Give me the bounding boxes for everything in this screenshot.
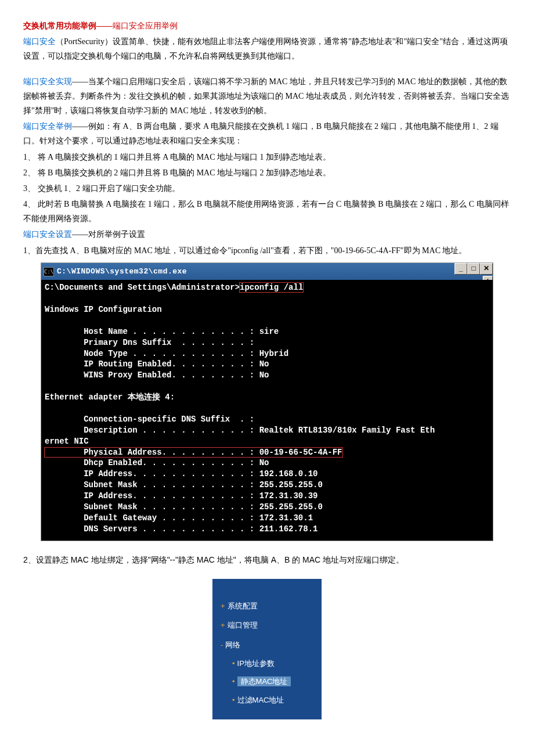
cmd-line-subnet2: Subnet Mask . . . . . . . . . . . : 255.… — [45, 502, 323, 512]
bullet-icon: • — [232, 659, 235, 668]
plus-icon: + — [221, 602, 225, 610]
title-main: 交换机常用功能举例—— — [23, 21, 113, 30]
minus-icon: - — [221, 640, 223, 649]
maximize-button[interactable]: □ — [467, 263, 480, 275]
cmd-physaddr-value: 00-19-66-5C-4A-FF — [259, 448, 342, 457]
paragraph-3: 端口安全举例——例如：有 A、B 两台电脑，要求 A 电脑只能接在交换机 1 端… — [23, 119, 511, 148]
paragraph-2: 端口安全实现——当某个端口启用端口安全后，该端口将不学习新的 MAC 地址，并且… — [23, 74, 511, 118]
spacer — [23, 65, 511, 73]
cmd-line-winip: Windows IP Configuration — [45, 305, 162, 314]
term-example: 端口安全举例 — [23, 122, 72, 131]
list-item-4: 4、 此时若 B 电脑替换 A 电脑接在 1 端口，那么 B 电脑就不能使用网络… — [23, 197, 511, 226]
cmd-physaddr-label: Physical Address. . . . . . . . . : — [45, 448, 259, 457]
p3-text: ——例如：有 A、B 两台电脑，要求 A 电脑只能接在交换机 1 端口，B 电脑… — [23, 122, 499, 145]
cmd-line-description: Description . . . . . . . . . . . : Real… — [45, 426, 435, 435]
paragraph-4: 端口安全设置——对所举例子设置 — [23, 227, 511, 242]
bullet-icon: • — [232, 677, 235, 686]
paragraph-1: 端口安全（PortSecurity）设置简单、快捷，能有效地阻止非法客户端使用网… — [23, 34, 511, 63]
nav-item-system[interactable]: +系统配置 — [219, 596, 315, 615]
cmd-line-winsproxy: WINS Proxy Enabled. . . . . . . . : No — [45, 370, 269, 380]
nav-label-staticmac-highlight: 静态MAC地址 — [237, 676, 291, 686]
list-item-3: 3、 交换机 1、2 端口开启了端口安全功能。 — [23, 181, 511, 196]
cmd-prompt: C:\Documents and Settings\Administrator> — [45, 283, 240, 292]
nav-sub-staticmac[interactable]: •静态MAC地址 — [219, 672, 315, 690]
cmd-titlebar: C:\ C:\WINDOWS\system32\cmd.exe — [41, 263, 493, 280]
step-2: 2、设置静态 MAC 地址绑定，选择"网络"--"静态 MAC 地址"，将电脑 … — [23, 553, 511, 567]
cmd-output[interactable]: C:\Documents and Settings\Administrator>… — [41, 280, 493, 540]
cmd-window: C:\ C:\WINDOWS\system32\cmd.exe _ □ ✕ ▲ … — [41, 262, 493, 541]
window-controls: _ □ ✕ — [454, 263, 493, 275]
p4-text: ——对所举例子设置 — [72, 230, 145, 239]
nav-item-network[interactable]: -网络 — [219, 635, 315, 654]
nav-item-port[interactable]: +端口管理 — [219, 615, 315, 635]
term-port-security: 端口安全 — [23, 37, 56, 46]
cmd-line-physaddr-highlight: Physical Address. . . . . . . . . : 00-1… — [45, 448, 342, 457]
list-item-1: 1、 将 A 电脑接交换机的 1 端口并且将 A 电脑的 MAC 地址与端口 1… — [23, 150, 511, 164]
router-nav-panel: +系统配置 +端口管理 -网络 •IP地址参数 •静态MAC地址 •过滤MAC地… — [212, 579, 322, 719]
nav-label-filtermac: 过滤MAC地址 — [237, 696, 284, 704]
p1-text: （PortSecurity）设置简单、快捷，能有效地阻止非法客户端使用网络资源，… — [23, 37, 508, 60]
cmd-line-dnsservers: DNS Servers . . . . . . . . . . . : 211.… — [45, 524, 317, 534]
cmd-line-iprouting: IP Routing Enabled. . . . . . . . : No — [45, 359, 269, 369]
doc-title: 交换机常用功能举例——端口安全应用举例 — [23, 19, 511, 33]
cmd-icon: C:\ — [44, 267, 54, 276]
close-button[interactable]: ✕ — [480, 263, 493, 275]
cmd-line-ernet: ernet NIC — [45, 437, 89, 446]
nav-label-port: 端口管理 — [228, 621, 258, 629]
cmd-line-dnssuffix: Primary Dns Suffix . . . . . . . : — [45, 338, 254, 347]
term-settings: 端口安全设置 — [23, 230, 72, 239]
p2-text: ——当某个端口启用端口安全后，该端口将不学习新的 MAC 地址，并且只转发已学习… — [23, 77, 509, 115]
plus-icon: + — [221, 621, 225, 629]
bullet-icon: • — [232, 696, 235, 704]
cmd-line-hostname: Host Name . . . . . . . . . . . . : sire — [45, 327, 279, 336]
list-item-2: 2、 将 B 电脑接交换机的 2 端口并且将 B 电脑的 MAC 地址与端口 2… — [23, 165, 511, 180]
cmd-title: C:\WINDOWS\system32\cmd.exe — [57, 265, 187, 278]
cmd-line-adapter: Ethernet adapter 本地连接 4: — [45, 393, 175, 402]
title-sub: 端口安全应用举例 — [113, 21, 178, 30]
cmd-line-ip2: IP Address. . . . . . . . . . . . : 172.… — [45, 491, 317, 501]
nav-label-ip: IP地址参数 — [237, 659, 275, 668]
term-implementation: 端口安全实现 — [23, 77, 72, 86]
nav-label-system: 系统配置 — [228, 602, 258, 610]
cmd-line-gateway: Default Gateway . . . . . . . . . : 172.… — [45, 513, 313, 523]
step-1: 1、首先查找 A、B 电脑对应的 MAC 地址，可以通过命令"ipconfig … — [23, 243, 511, 258]
nav-sub-filtermac[interactable]: •过滤MAC地址 — [219, 691, 315, 709]
nav-label-network: 网络 — [225, 640, 240, 649]
nav-sub-ipparam[interactable]: •IP地址参数 — [219, 654, 315, 672]
cmd-line-nodetype: Node Type . . . . . . . . . . . . : Hybr… — [45, 349, 288, 358]
cmd-line-dhcp: Dhcp Enabled. . . . . . . . . . . : No — [45, 458, 269, 467]
minimize-button[interactable]: _ — [454, 263, 467, 275]
cmd-command-highlight: ipconfig /all — [240, 283, 303, 292]
cmd-line-ip1: IP Address. . . . . . . . . . . . : 192.… — [45, 469, 317, 478]
cmd-line-conndns: Connection-specific DNS Suffix . : — [45, 415, 254, 424]
cmd-line-subnet1: Subnet Mask . . . . . . . . . . . : 255.… — [45, 480, 323, 489]
